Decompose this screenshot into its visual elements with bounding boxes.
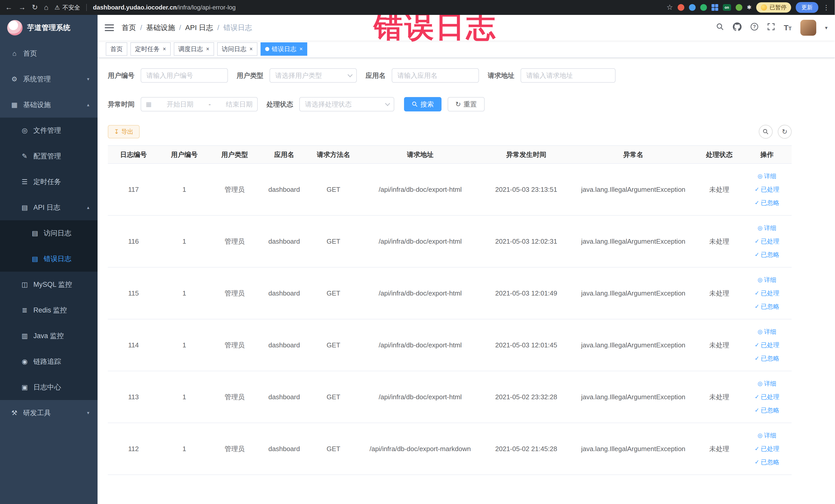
- help-icon[interactable]: ?: [750, 23, 758, 33]
- font-size-icon[interactable]: TT: [784, 23, 792, 32]
- extension-icon[interactable]: [700, 4, 707, 11]
- extension-icon[interactable]: [678, 4, 684, 11]
- tab-access-log[interactable]: 访问日志 ×: [217, 42, 258, 56]
- table-row: 113 1 管理员 dashboard GET /api/infra/db-do…: [108, 371, 792, 423]
- reload-icon[interactable]: ↻: [32, 4, 38, 11]
- date-range-picker[interactable]: ▦ 开始日期 - 结束日期: [141, 97, 258, 112]
- ignore-link[interactable]: ✓已忽略: [745, 300, 790, 313]
- app-name-input[interactable]: [392, 68, 479, 83]
- table-toolbar-right: ↻: [759, 125, 792, 139]
- close-icon[interactable]: ×: [249, 46, 253, 53]
- eye-icon: ◎: [757, 432, 762, 439]
- hamburger-icon[interactable]: [105, 24, 114, 31]
- security-indicator[interactable]: ⚠ 不安全: [55, 4, 80, 12]
- sidebar-item-mysql-monitor[interactable]: ◫ MySQL 监控: [0, 271, 98, 297]
- sidebar-item-system-management[interactable]: ⚙ 系统管理 ▾: [0, 66, 98, 92]
- process-status-select[interactable]: 请选择处理状态: [299, 97, 394, 112]
- search-icon[interactable]: [716, 23, 724, 33]
- detail-link[interactable]: ◎详细: [745, 429, 790, 442]
- chrome-menu-icon[interactable]: ⋮: [823, 4, 830, 12]
- resolve-link[interactable]: ✓已处理: [745, 286, 790, 300]
- toggle-search-button[interactable]: [759, 125, 773, 139]
- close-icon[interactable]: ×: [163, 46, 166, 53]
- close-icon[interactable]: ×: [300, 46, 303, 53]
- monitor-icon: ▥: [21, 332, 29, 340]
- tab-home[interactable]: 首页: [106, 42, 127, 56]
- detail-link[interactable]: ◎详细: [745, 377, 790, 390]
- resolve-link[interactable]: ✓已处理: [745, 235, 790, 248]
- back-icon[interactable]: ←: [5, 4, 12, 11]
- breadcrumb-home[interactable]: 首页: [122, 23, 136, 33]
- table-row: 115 1 管理员 dashboard GET /api/infra/db-do…: [108, 267, 792, 319]
- tab-scheduled-tasks[interactable]: 定时任务 ×: [130, 42, 171, 56]
- sidebar-item-home[interactable]: ⌂ 首页: [0, 41, 98, 66]
- search-button[interactable]: 搜索: [404, 97, 442, 112]
- request-url-input-field[interactable]: [526, 72, 610, 80]
- app-name-input-field[interactable]: [398, 72, 473, 80]
- refresh-icon: ↻: [455, 100, 461, 108]
- user-avatar[interactable]: [800, 20, 816, 36]
- github-icon[interactable]: [733, 22, 741, 33]
- tab-error-log[interactable]: 错误日志 ×: [261, 42, 307, 56]
- sidebar-item-label: 配置管理: [33, 152, 61, 161]
- detail-link[interactable]: ◎详细: [745, 221, 790, 235]
- extension-icon[interactable]: [689, 4, 696, 11]
- browser-home-icon[interactable]: ⌂: [44, 4, 48, 11]
- resolve-link[interactable]: ✓已处理: [745, 183, 790, 196]
- tab-schedule-log[interactable]: 调度日志 ×: [174, 42, 214, 56]
- sidebar-item-file-management[interactable]: ◎ 文件管理: [0, 118, 98, 143]
- sidebar-logo[interactable]: 芋道管理系统: [0, 15, 98, 41]
- export-button[interactable]: ↧ 导出: [108, 125, 140, 138]
- fullscreen-icon[interactable]: [767, 23, 775, 33]
- refresh-button[interactable]: ↻: [778, 125, 792, 139]
- user-type-select[interactable]: 请选择用户类型: [269, 68, 357, 83]
- ignore-link[interactable]: ✓已忽略: [745, 248, 790, 261]
- sidebar-item-infrastructure[interactable]: ▦ 基础设施 ▴: [0, 92, 98, 118]
- address-bar[interactable]: dashboard.yudao.iocoder.cn/infra/log/api…: [93, 4, 236, 11]
- filter-request-url: 请求地址: [488, 68, 615, 83]
- sidebar-item-redis-monitor[interactable]: ≣ Redis 监控: [0, 297, 98, 323]
- reset-button[interactable]: ↻ 重置: [448, 97, 485, 112]
- detail-link[interactable]: ◎详细: [745, 325, 790, 338]
- chrome-update-button[interactable]: 更新: [796, 2, 818, 13]
- chrome-actions: ☆ on ✱ 已暂停 更新 ⋮: [666, 2, 830, 13]
- extension-on-badge[interactable]: on: [723, 4, 731, 11]
- detail-link[interactable]: ◎详细: [745, 169, 790, 183]
- profile-paused-button[interactable]: 已暂停: [756, 2, 791, 13]
- ignore-link[interactable]: ✓已忽略: [745, 404, 790, 417]
- avatar-caret-icon[interactable]: ▾: [825, 25, 828, 31]
- forward-icon[interactable]: →: [19, 4, 26, 11]
- sidebar-item-access-log[interactable]: ▤ 访问日志: [0, 220, 98, 246]
- sidebar-item-error-log[interactable]: ▤ 错误日志: [0, 246, 98, 271]
- sidebar-item-rd-tools[interactable]: ⚒ 研发工具 ▾: [0, 400, 98, 426]
- sidebar-item-java-monitor[interactable]: ▥ Java 监控: [0, 323, 98, 349]
- request-url-input[interactable]: [521, 68, 615, 83]
- user-id-input[interactable]: [141, 68, 228, 83]
- sidebar-item-config-management[interactable]: ✎ 配置管理: [0, 143, 98, 169]
- extension-grid-icon[interactable]: [712, 4, 718, 11]
- exception-time-label: 异常时间: [108, 100, 135, 109]
- ignore-link[interactable]: ✓已忽略: [745, 456, 790, 469]
- breadcrumb-api-logs[interactable]: API 日志: [185, 23, 213, 33]
- resolve-link[interactable]: ✓已处理: [745, 442, 790, 456]
- ignore-link[interactable]: ✓已忽略: [745, 352, 790, 365]
- ignore-link[interactable]: ✓已忽略: [745, 196, 790, 209]
- bookmark-star-icon[interactable]: ☆: [666, 4, 673, 11]
- error-log-table: 日志编号 用户编号 用户类型 应用名 请求方法名 请求地址 异常发生时间 异常名…: [108, 145, 792, 475]
- close-icon[interactable]: ×: [206, 46, 209, 53]
- detail-link[interactable]: ◎详细: [745, 273, 790, 286]
- user-id-input-field[interactable]: [146, 72, 222, 80]
- extension-paw-icon[interactable]: ✱: [747, 4, 752, 11]
- tools-icon: ⚒: [10, 409, 19, 417]
- sidebar-item-scheduled-tasks[interactable]: ☰ 定时任务: [0, 169, 98, 195]
- sidebar-item-link-tracing[interactable]: ◉ 链路追踪: [0, 349, 98, 374]
- filter-app-name: 应用名: [366, 68, 479, 83]
- sidebar-item-log-center[interactable]: ▣ 日志中心: [0, 374, 98, 400]
- sidebar-item-api-logs[interactable]: ▤ API 日志 ▴: [0, 195, 98, 220]
- resolve-link[interactable]: ✓已处理: [745, 338, 790, 352]
- breadcrumb-infrastructure[interactable]: 基础设施: [146, 23, 175, 33]
- check-icon: ✓: [755, 303, 759, 310]
- extension-icon[interactable]: [736, 4, 742, 11]
- resolve-link[interactable]: ✓已处理: [745, 390, 790, 404]
- check-icon: ✓: [755, 342, 759, 348]
